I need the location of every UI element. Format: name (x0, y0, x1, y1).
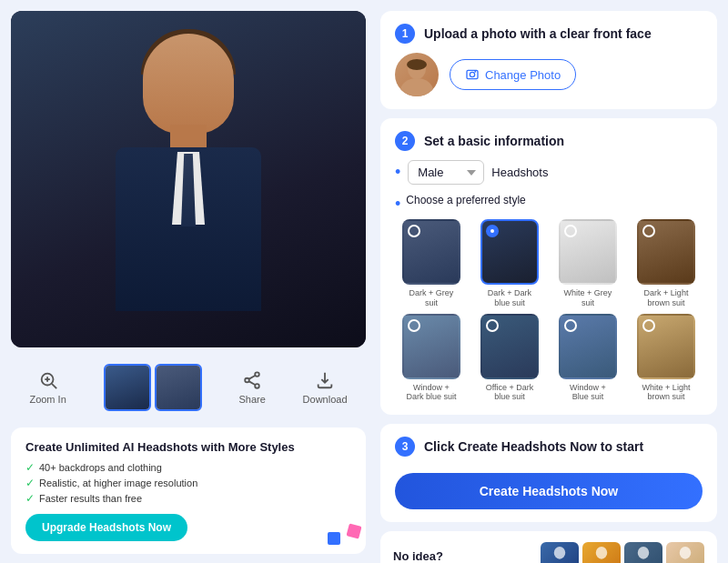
svg-point-10 (400, 78, 433, 96)
promo-features: ✓ 40+ backdrops and clothing ✓ Realistic… (25, 461, 351, 505)
check-icon-1: ✓ (25, 461, 35, 474)
style-bullet-icon: • (395, 195, 400, 214)
style-radio-office-dark-blue (486, 319, 499, 332)
form-row: • Male Female Headshots (395, 160, 703, 185)
idea-thumb-1[interactable] (541, 542, 579, 563)
step3-card: 3 Click Create Headshots Now to start Cr… (380, 424, 717, 522)
svg-point-14 (474, 71, 476, 73)
svg-point-17 (638, 547, 650, 559)
style-item-window-blue[interactable]: Window +Blue suit (551, 314, 624, 403)
decorative-squares (328, 532, 357, 545)
svg-line-7 (249, 376, 255, 379)
idea-thumb-2[interactable] (582, 542, 621, 563)
style-radio-dark-brown (642, 225, 655, 237)
ideas-card: No idea? Try these photos. (380, 531, 717, 563)
main-photo (11, 11, 366, 347)
styles-grid: Dark + Greysuit Dark + Darkblue suit Whi… (395, 219, 703, 402)
svg-point-11 (407, 59, 427, 70)
promo-feature-1: ✓ 40+ backdrops and clothing (25, 461, 351, 474)
step1-badge: 1 (395, 24, 415, 44)
style-radio-window-blue (564, 319, 577, 332)
portrait (97, 34, 279, 325)
step3-badge: 3 (395, 437, 415, 457)
idea-thumb-3[interactable] (624, 542, 662, 563)
style-item-white-brown[interactable]: White + Lightbrown suit (630, 314, 703, 403)
style-radio-dark-grey (408, 225, 420, 237)
style-label-dark-brown: Dark + Lightbrown suit (644, 288, 689, 308)
svg-line-8 (249, 381, 255, 385)
svg-point-6 (255, 384, 259, 388)
thumbnail-1[interactable] (104, 364, 151, 411)
style-item-office-dark-blue[interactable]: Office + Darkblue suit (473, 314, 546, 403)
style-item-dark-blue[interactable]: Dark + Darkblue suit (473, 219, 546, 308)
style-label-dark-blue: Dark + Darkblue suit (488, 288, 531, 308)
zoom-in-button[interactable]: Zoom In (29, 370, 66, 405)
svg-point-13 (470, 72, 474, 76)
thumbnails (104, 364, 202, 411)
deco-square-blue (328, 532, 340, 545)
ideas-thumbs (541, 542, 704, 563)
change-photo-label: Change Photo (485, 68, 561, 82)
svg-point-18 (680, 547, 692, 559)
promo-feature-2: ✓ Realistic, at higher image resolution (25, 477, 351, 489)
idea-thumb-4[interactable] (666, 542, 704, 563)
svg-point-16 (596, 547, 608, 559)
style-item-window-dark-blue[interactable]: Window +Dark blue suit (395, 314, 468, 403)
style-radio-white-grey (564, 225, 577, 237)
check-icon-2: ✓ (25, 477, 35, 489)
step2-badge: 2 (395, 131, 415, 151)
toolbar: Zoom In Share Downloa (11, 357, 366, 418)
style-item-white-grey[interactable]: White + Greysuit (551, 219, 624, 308)
style-thumb-dark-blue (480, 219, 539, 285)
ideas-text: No idea? Try these photos. (393, 549, 470, 563)
step1-header: 1 Upload a photo with a clear front face (395, 24, 703, 44)
svg-point-4 (255, 372, 259, 377)
download-button[interactable]: Download (303, 370, 348, 405)
style-label-white-grey: White + Greysuit (564, 288, 612, 308)
style-label-dark-grey: Dark + Greysuit (410, 288, 454, 308)
style-thumb-dark-brown (637, 219, 695, 285)
style-thumb-office-dark-blue (480, 314, 539, 379)
style-radio-dark-blue (486, 225, 499, 237)
promo-box: Create Unlimited AI Headshots with More … (11, 427, 366, 554)
left-panel: Zoom In Share Downloa (11, 11, 366, 563)
style-thumb-dark-grey (402, 219, 460, 285)
promo-feature-3: ✓ Faster results than free (25, 492, 351, 505)
style-thumb-white-grey (559, 219, 617, 285)
svg-point-15 (554, 547, 566, 559)
step2-title: Set a basic information (424, 134, 564, 148)
thumbnail-2[interactable] (155, 364, 202, 411)
style-label-office-dark-blue: Office + Darkblue suit (486, 383, 534, 403)
style-label-window-blue: Window +Blue suit (570, 383, 606, 403)
share-button[interactable]: Share (238, 370, 265, 405)
step3-header: 3 Click Create Headshots Now to start (395, 437, 703, 457)
style-item-dark-brown[interactable]: Dark + Lightbrown suit (630, 219, 703, 308)
create-headshots-button[interactable]: Create Headshots Now (395, 473, 703, 509)
main-photo-container (11, 11, 366, 347)
ideas-heading: No idea? (393, 549, 470, 563)
deco-square-pink (346, 523, 361, 538)
style-item-dark-grey[interactable]: Dark + Greysuit (395, 219, 468, 308)
user-avatar (395, 53, 439, 96)
upgrade-button[interactable]: Upgrade Headshots Now (25, 514, 187, 541)
style-thumb-window-dark-blue (402, 314, 460, 379)
gender-select[interactable]: Male Female (408, 160, 484, 185)
style-label-window-dark-blue: Window +Dark blue suit (406, 383, 456, 403)
step3-title: Click Create Headshots Now to start (424, 439, 643, 454)
step1-card: 1 Upload a photo with a clear front face… (380, 11, 717, 109)
check-icon-3: ✓ (25, 492, 35, 505)
right-panel: 1 Upload a photo with a clear front face… (380, 11, 717, 563)
style-label-white-brown: White + Lightbrown suit (642, 383, 691, 403)
change-photo-button[interactable]: Change Photo (450, 59, 576, 90)
upload-row: Change Photo (395, 53, 703, 96)
step1-title: Upload a photo with a clear front face (424, 26, 652, 41)
step2-header: 2 Set a basic information (395, 131, 703, 151)
style-radio-white-brown (642, 319, 655, 332)
promo-title: Create Unlimited AI Headshots with More … (25, 440, 351, 454)
style-section-label: Choose a preferred style (406, 194, 525, 206)
bullet-icon: • (395, 163, 400, 182)
svg-point-5 (245, 378, 249, 383)
style-thumb-white-brown (637, 314, 695, 379)
svg-line-1 (52, 384, 56, 388)
category-label: Headshots (491, 166, 548, 179)
